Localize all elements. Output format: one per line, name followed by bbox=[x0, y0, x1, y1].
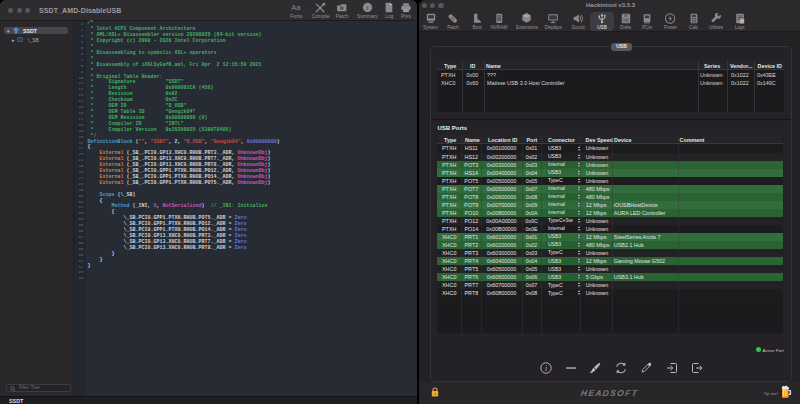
svg-text:Aa: Aa bbox=[292, 3, 302, 12]
svg-text:i: i bbox=[366, 4, 368, 11]
svg-text:i: i bbox=[545, 363, 547, 372]
